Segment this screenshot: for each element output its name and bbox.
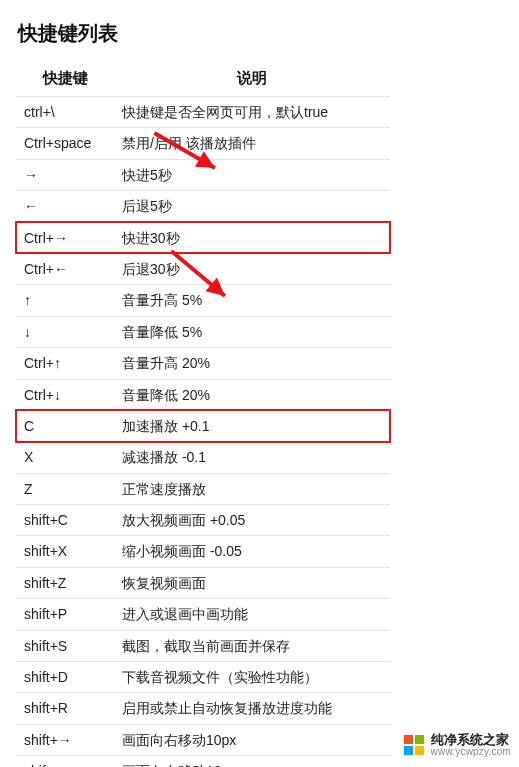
page-title: 快捷键列表 xyxy=(18,20,503,47)
cell-key: Z xyxy=(16,473,114,504)
shortcut-table: 快捷键 说明 ctrl+\快捷键是否全网页可用，默认trueCtrl+space… xyxy=(16,63,390,767)
cell-desc: 后退5秒 xyxy=(114,191,390,222)
cell-key: shift+Z xyxy=(16,567,114,598)
cell-key: shift+D xyxy=(16,662,114,693)
table-header-row: 快捷键 说明 xyxy=(16,63,390,97)
table-row: X减速播放 -0.1 xyxy=(16,442,390,473)
cell-desc: 恢复视频画面 xyxy=(114,567,390,598)
windows-logo-icon xyxy=(403,734,425,756)
cell-key: shift+→ xyxy=(16,724,114,755)
watermark: 纯净系统之家 www.ycwpzy.com xyxy=(403,733,511,757)
table-row: ↓音量降低 5% xyxy=(16,316,390,347)
cell-key: C xyxy=(16,410,114,441)
table-row: shift+D下载音视频文件（实验性功能） xyxy=(16,662,390,693)
cell-desc: 禁用/启用 该播放插件 xyxy=(114,128,390,159)
cell-desc: 启用或禁止自动恢复播放进度功能 xyxy=(114,693,390,724)
table-row: shift+X缩小视频画面 -0.05 xyxy=(16,536,390,567)
cell-key: Ctrl+↑ xyxy=(16,348,114,379)
table-row: →快进5秒 xyxy=(16,159,390,190)
col-header-desc: 说明 xyxy=(114,63,390,97)
cell-key: ctrl+\ xyxy=(16,97,114,128)
cell-key: ↑ xyxy=(16,285,114,316)
cell-key: Ctrl+→ xyxy=(16,222,114,253)
cell-desc: 截图，截取当前画面并保存 xyxy=(114,630,390,661)
cell-key: Ctrl+↓ xyxy=(16,379,114,410)
cell-desc: 快进5秒 xyxy=(114,159,390,190)
table-row: shift+→画面向右移动10px xyxy=(16,724,390,755)
cell-key: shift+R xyxy=(16,693,114,724)
table-row: Ctrl+←后退30秒 xyxy=(16,253,390,284)
cell-key: shift+X xyxy=(16,536,114,567)
table-row: shift+←画面向左移动10px xyxy=(16,756,390,767)
table-row: ←后退5秒 xyxy=(16,191,390,222)
cell-desc: 放大视频画面 +0.05 xyxy=(114,505,390,536)
table-row: shift+C放大视频画面 +0.05 xyxy=(16,505,390,536)
cell-key: X xyxy=(16,442,114,473)
table-row: shift+P进入或退画中画功能 xyxy=(16,599,390,630)
svg-rect-6 xyxy=(404,746,413,755)
table-row: shift+R启用或禁止自动恢复播放进度功能 xyxy=(16,693,390,724)
cell-key: ← xyxy=(16,191,114,222)
cell-desc: 正常速度播放 xyxy=(114,473,390,504)
cell-desc: 画面向右移动10px xyxy=(114,724,390,755)
cell-desc: 音量降低 5% xyxy=(114,316,390,347)
cell-key: ↓ xyxy=(16,316,114,347)
table-row: Ctrl+↓音量降低 20% xyxy=(16,379,390,410)
table-row: shift+Z恢复视频画面 xyxy=(16,567,390,598)
table-row: Z正常速度播放 xyxy=(16,473,390,504)
cell-desc: 缩小视频画面 -0.05 xyxy=(114,536,390,567)
cell-key: shift+P xyxy=(16,599,114,630)
table-row: Ctrl+space禁用/启用 该播放插件 xyxy=(16,128,390,159)
svg-rect-7 xyxy=(415,746,424,755)
cell-desc: 快进30秒 xyxy=(114,222,390,253)
cell-desc: 音量升高 20% xyxy=(114,348,390,379)
watermark-name: 纯净系统之家 xyxy=(431,733,511,747)
cell-desc: 下载音视频文件（实验性功能） xyxy=(114,662,390,693)
cell-key: shift+S xyxy=(16,630,114,661)
cell-desc: 音量降低 20% xyxy=(114,379,390,410)
cell-key: Ctrl+space xyxy=(16,128,114,159)
watermark-url: www.ycwpzy.com xyxy=(431,747,511,758)
cell-desc: 减速播放 -0.1 xyxy=(114,442,390,473)
cell-desc: 进入或退画中画功能 xyxy=(114,599,390,630)
svg-rect-5 xyxy=(415,735,424,744)
cell-desc: 快捷键是否全网页可用，默认true xyxy=(114,97,390,128)
cell-desc: 画面向左移动10px xyxy=(114,756,390,767)
table-row: Ctrl+→快进30秒 xyxy=(16,222,390,253)
cell-key: shift+C xyxy=(16,505,114,536)
svg-rect-4 xyxy=(404,735,413,744)
table-row: ctrl+\快捷键是否全网页可用，默认true xyxy=(16,97,390,128)
table-row: ↑音量升高 5% xyxy=(16,285,390,316)
cell-key: Ctrl+← xyxy=(16,253,114,284)
cell-desc: 加速播放 +0.1 xyxy=(114,410,390,441)
cell-key: → xyxy=(16,159,114,190)
table-row: Ctrl+↑音量升高 20% xyxy=(16,348,390,379)
cell-desc: 后退30秒 xyxy=(114,253,390,284)
table-row: C加速播放 +0.1 xyxy=(16,410,390,441)
table-row: shift+S截图，截取当前画面并保存 xyxy=(16,630,390,661)
cell-key: shift+← xyxy=(16,756,114,767)
cell-desc: 音量升高 5% xyxy=(114,285,390,316)
col-header-key: 快捷键 xyxy=(16,63,114,97)
